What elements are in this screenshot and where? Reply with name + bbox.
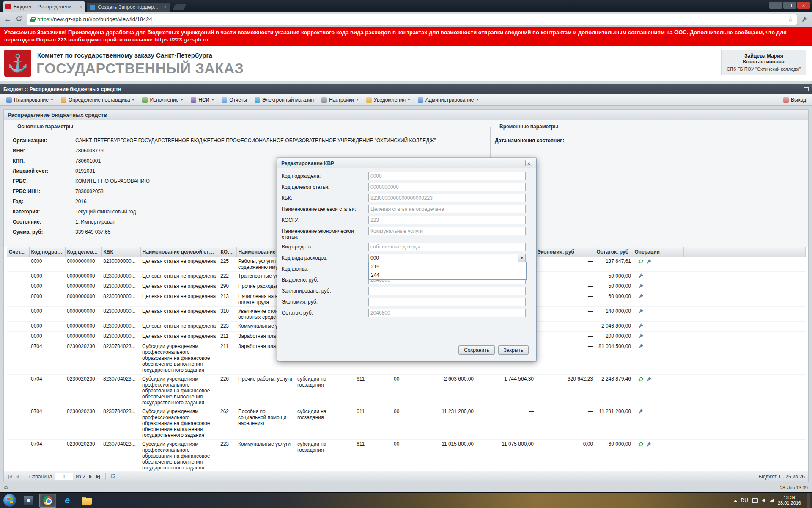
menu-item[interactable]: Электронный магазин bbox=[251, 94, 318, 105]
menu-item[interactable]: Администрирование bbox=[414, 94, 482, 105]
column-header[interactable]: Экономия, руб bbox=[535, 247, 595, 257]
taskbar-clock[interactable]: 13:39 28.01.2016 bbox=[778, 495, 801, 506]
first-page-button[interactable] bbox=[7, 474, 13, 480]
column-header[interactable]: Код подразд... bbox=[29, 247, 65, 257]
prev-page-button[interactable] bbox=[16, 474, 20, 480]
next-page-button[interactable] bbox=[88, 474, 93, 480]
close-modal-button[interactable]: Закрыть bbox=[498, 345, 529, 355]
cell: 320 642,23 bbox=[535, 374, 595, 407]
volume-icon[interactable] bbox=[762, 498, 765, 502]
wrench-icon[interactable] bbox=[638, 293, 644, 301]
reload-button[interactable] bbox=[16, 15, 22, 23]
combo-dropdown-button[interactable] bbox=[518, 254, 525, 262]
wrench-icon[interactable] bbox=[638, 283, 644, 290]
column-header[interactable]: КБК bbox=[102, 247, 140, 257]
menu-item[interactable]: Уведомления bbox=[362, 94, 414, 105]
kod-podrazdela-input[interactable] bbox=[368, 172, 526, 180]
modal-close-icon[interactable]: × bbox=[525, 160, 532, 166]
naimenovanie-celevoy-input[interactable] bbox=[368, 205, 526, 213]
vid-sredstv-input[interactable] bbox=[368, 243, 526, 251]
start-button[interactable] bbox=[3, 494, 16, 507]
wrench-icon[interactable] bbox=[638, 343, 644, 351]
tab-support-request[interactable]: Создать Запрос поддерж... × bbox=[87, 3, 170, 12]
taskbar-ie-button[interactable]: e bbox=[59, 494, 76, 508]
taskbar-app-button[interactable] bbox=[20, 494, 37, 508]
wrench-icon[interactable] bbox=[638, 323, 644, 330]
page-number-input[interactable] bbox=[55, 473, 73, 480]
address-bar[interactable]: https://new.gz-spb.ru/#po/budget/view/id… bbox=[27, 14, 797, 25]
network-icon[interactable] bbox=[752, 498, 758, 503]
modal-title: Редактирование КВР bbox=[281, 160, 334, 166]
kosgu-input[interactable] bbox=[368, 216, 526, 224]
cell: Целевая статья не определена bbox=[140, 257, 219, 271]
table-row[interactable]: 070402300202308230704023...Субсидии учре… bbox=[7, 407, 806, 439]
green-refresh-icon[interactable] bbox=[638, 376, 644, 384]
bookmark-star-icon[interactable]: ☆ bbox=[788, 16, 793, 23]
column-header[interactable]: Наименование целевой статьи bbox=[140, 247, 219, 257]
new-tab-button[interactable] bbox=[173, 4, 187, 10]
user-box[interactable]: Зайцева Мария Константиновна СПб ГБ ПОУ … bbox=[721, 50, 806, 75]
wrench-icon[interactable] bbox=[638, 308, 644, 315]
taskbar-chrome-button[interactable] bbox=[39, 494, 56, 508]
save-button[interactable]: Сохранить bbox=[458, 345, 495, 355]
close-button[interactable]: × bbox=[797, 2, 810, 9]
maximize-button[interactable] bbox=[783, 2, 796, 9]
green-refresh-icon[interactable] bbox=[638, 258, 644, 266]
zaplanirovano-input[interactable] bbox=[368, 287, 526, 295]
menu-item[interactable]: Настройки bbox=[318, 94, 362, 105]
menu-item[interactable]: НСИ bbox=[187, 94, 218, 105]
column-header[interactable]: Остаток, руб bbox=[595, 247, 633, 257]
param-label: Организация: bbox=[13, 135, 75, 146]
menu-item[interactable]: Отчеты bbox=[218, 94, 250, 105]
show-desktop-button[interactable] bbox=[807, 493, 810, 508]
tray-expand-icon[interactable] bbox=[734, 500, 737, 502]
dropdown-option[interactable]: 219 bbox=[369, 262, 526, 271]
column-header[interactable]: Код целевой ... bbox=[65, 247, 102, 257]
language-indicator[interactable]: RU bbox=[741, 497, 748, 503]
menu-item[interactable]: Исполнение bbox=[138, 94, 187, 105]
kod-vida-rashodov-input[interactable] bbox=[368, 254, 526, 262]
back-button[interactable]: ← bbox=[4, 16, 11, 23]
tab-close-icon[interactable]: × bbox=[80, 4, 82, 10]
tab-budget[interactable]: Бюджет :: Распределение ... × bbox=[3, 1, 85, 12]
green-refresh-icon[interactable] bbox=[638, 441, 644, 449]
naimenovanie-ekon-input[interactable] bbox=[368, 227, 526, 235]
tab-close-icon[interactable]: × bbox=[164, 4, 167, 10]
kod-celevoy-statyi-input[interactable] bbox=[368, 183, 526, 191]
column-header[interactable]: КОСГУ bbox=[219, 247, 236, 257]
page-footer: © ... 28 Янв 13:39 bbox=[4, 484, 808, 491]
wrench-icon[interactable] bbox=[638, 409, 644, 416]
menu-item-exit[interactable]: Выход bbox=[780, 94, 809, 105]
taskbar-explorer-button[interactable] bbox=[78, 494, 95, 508]
table-row[interactable]: 070402300202308230704023...Субсидии учре… bbox=[7, 439, 806, 471]
last-page-button[interactable] bbox=[95, 474, 101, 480]
wrench-icon[interactable] bbox=[646, 376, 652, 384]
ekonomiya-input[interactable] bbox=[368, 298, 526, 306]
table-row[interactable]: 070402300202308230704023...Субсидии учре… bbox=[7, 374, 806, 407]
site-favicon bbox=[5, 4, 11, 9]
column-header[interactable]: Счет... bbox=[7, 247, 29, 257]
ostatok-input[interactable] bbox=[368, 309, 526, 317]
refresh-table-button[interactable] bbox=[110, 473, 116, 480]
wrench-icon[interactable] bbox=[646, 259, 652, 266]
wrench-icon[interactable] bbox=[646, 442, 652, 449]
kbk-input[interactable] bbox=[368, 194, 526, 202]
signal-icon[interactable] bbox=[769, 498, 774, 502]
menu-item[interactable]: Планирование bbox=[3, 94, 57, 105]
column-header[interactable]: Операции bbox=[633, 247, 683, 257]
browser-menu-button[interactable] bbox=[801, 16, 808, 22]
minimize-button[interactable]: – bbox=[769, 2, 782, 9]
https-lock-icon[interactable] bbox=[30, 19, 35, 22]
menu-bar: ПланированиеОпределение поставщикаИсполн… bbox=[0, 94, 812, 106]
breadcrumb-bar: Бюджет :: Распределение бюджетных средст… bbox=[0, 84, 812, 94]
wrench-icon[interactable] bbox=[638, 333, 644, 340]
portal-223-link[interactable]: https://223.gz-spb.ru bbox=[155, 36, 208, 43]
chevron-down-icon bbox=[211, 99, 214, 101]
menu-item[interactable]: Определение поставщика bbox=[57, 94, 139, 105]
window-restore-icon[interactable] bbox=[804, 87, 809, 91]
modal-title-bar[interactable]: Редактирование КВР × bbox=[277, 158, 536, 168]
wrench-icon[interactable] bbox=[638, 273, 644, 280]
dropdown-option[interactable]: 244 bbox=[369, 271, 526, 279]
cell: 0704 bbox=[29, 342, 65, 374]
cell: 00 bbox=[392, 374, 415, 407]
